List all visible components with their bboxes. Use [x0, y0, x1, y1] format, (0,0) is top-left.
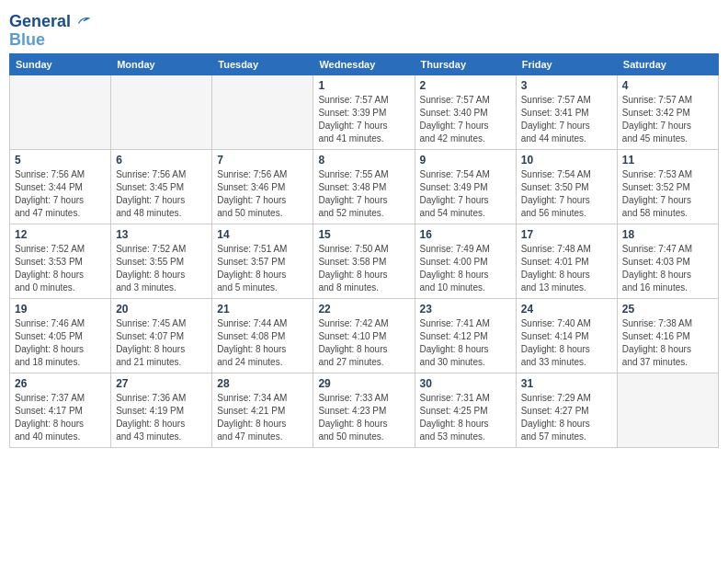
day-cell: 31Sunrise: 7:29 AMSunset: 4:27 PMDayligh… — [516, 373, 617, 447]
day-cell: 3Sunrise: 7:57 AMSunset: 3:41 PMDaylight… — [516, 75, 617, 149]
day-info: Sunrise: 7:54 AMSunset: 3:50 PMDaylight:… — [521, 168, 612, 220]
weekday-header-thursday: Thursday — [415, 53, 516, 75]
day-info: Sunrise: 7:41 AMSunset: 4:12 PMDaylight:… — [420, 317, 511, 369]
day-cell: 5Sunrise: 7:56 AMSunset: 3:44 PMDaylight… — [10, 149, 111, 224]
day-info: Sunrise: 7:47 AMSunset: 4:03 PMDaylight:… — [622, 243, 713, 294]
day-cell: 11Sunrise: 7:53 AMSunset: 3:52 PMDayligh… — [617, 149, 718, 224]
day-info: Sunrise: 7:37 AMSunset: 4:17 PMDaylight:… — [15, 392, 106, 443]
day-info: Sunrise: 7:54 AMSunset: 3:49 PMDaylight:… — [420, 168, 511, 220]
day-cell: 30Sunrise: 7:31 AMSunset: 4:25 PMDayligh… — [415, 373, 516, 447]
day-cell — [111, 75, 212, 149]
week-row-3: 12Sunrise: 7:52 AMSunset: 3:53 PMDayligh… — [10, 224, 719, 298]
day-cell: 1Sunrise: 7:57 AMSunset: 3:39 PMDaylight… — [313, 75, 415, 149]
week-row-1: 1Sunrise: 7:57 AMSunset: 3:39 PMDaylight… — [10, 75, 719, 149]
day-info: Sunrise: 7:34 AMSunset: 4:21 PMDaylight:… — [217, 392, 308, 443]
day-info: Sunrise: 7:55 AMSunset: 3:48 PMDaylight:… — [318, 168, 409, 220]
logo-blue-text: Blue — [9, 31, 90, 50]
day-number: 14 — [217, 228, 308, 241]
day-info: Sunrise: 7:29 AMSunset: 4:27 PMDaylight:… — [521, 392, 612, 443]
day-number: 15 — [318, 228, 409, 241]
day-info: Sunrise: 7:40 AMSunset: 4:14 PMDaylight:… — [521, 317, 612, 369]
weekday-header-saturday: Saturday — [617, 53, 718, 75]
day-info: Sunrise: 7:49 AMSunset: 4:00 PMDaylight:… — [420, 243, 511, 294]
day-cell: 17Sunrise: 7:48 AMSunset: 4:01 PMDayligh… — [516, 224, 617, 298]
day-number: 3 — [521, 79, 612, 92]
day-cell: 20Sunrise: 7:45 AMSunset: 4:07 PMDayligh… — [111, 298, 212, 373]
day-info: Sunrise: 7:48 AMSunset: 4:01 PMDaylight:… — [521, 243, 612, 294]
day-number: 2 — [420, 79, 511, 92]
logo: General Blue — [9, 13, 90, 50]
day-cell: 14Sunrise: 7:51 AMSunset: 3:57 PMDayligh… — [212, 224, 313, 298]
day-number: 27 — [116, 377, 207, 390]
day-number: 11 — [622, 154, 713, 167]
page-header: General Blue — [9, 9, 719, 50]
day-number: 5 — [15, 154, 106, 167]
day-info: Sunrise: 7:52 AMSunset: 3:53 PMDaylight:… — [15, 243, 106, 294]
day-number: 26 — [15, 377, 106, 390]
day-cell: 24Sunrise: 7:40 AMSunset: 4:14 PMDayligh… — [516, 298, 617, 373]
day-number: 29 — [318, 377, 409, 390]
day-cell: 9Sunrise: 7:54 AMSunset: 3:49 PMDaylight… — [415, 149, 516, 224]
day-number: 18 — [622, 228, 713, 241]
day-info: Sunrise: 7:52 AMSunset: 3:55 PMDaylight:… — [116, 243, 207, 294]
day-number: 7 — [217, 154, 308, 167]
day-number: 31 — [521, 377, 612, 390]
day-number: 24 — [521, 303, 612, 316]
day-cell: 7Sunrise: 7:56 AMSunset: 3:46 PMDaylight… — [212, 149, 313, 224]
day-info: Sunrise: 7:57 AMSunset: 3:39 PMDaylight:… — [318, 94, 409, 145]
day-number: 6 — [116, 154, 207, 167]
day-cell: 16Sunrise: 7:49 AMSunset: 4:00 PMDayligh… — [415, 224, 516, 298]
day-info: Sunrise: 7:56 AMSunset: 3:46 PMDaylight:… — [217, 168, 308, 220]
day-cell: 21Sunrise: 7:44 AMSunset: 4:08 PMDayligh… — [212, 298, 313, 373]
calendar-table: SundayMondayTuesdayWednesdayThursdayFrid… — [9, 53, 719, 448]
day-cell — [212, 75, 313, 149]
weekday-header-monday: Monday — [111, 53, 212, 75]
day-cell — [10, 75, 111, 149]
day-info: Sunrise: 7:56 AMSunset: 3:45 PMDaylight:… — [116, 168, 207, 220]
logo-text: General — [9, 13, 90, 31]
weekday-header-sunday: Sunday — [10, 53, 111, 75]
day-number: 30 — [420, 377, 511, 390]
day-info: Sunrise: 7:44 AMSunset: 4:08 PMDaylight:… — [217, 317, 308, 369]
day-number: 21 — [217, 303, 308, 316]
day-cell: 19Sunrise: 7:46 AMSunset: 4:05 PMDayligh… — [10, 298, 111, 373]
day-number: 28 — [217, 377, 308, 390]
day-info: Sunrise: 7:42 AMSunset: 4:10 PMDaylight:… — [318, 317, 409, 369]
day-number: 22 — [318, 303, 409, 316]
day-cell: 4Sunrise: 7:57 AMSunset: 3:42 PMDaylight… — [617, 75, 718, 149]
day-number: 1 — [318, 79, 409, 92]
day-info: Sunrise: 7:56 AMSunset: 3:44 PMDaylight:… — [15, 168, 106, 220]
day-info: Sunrise: 7:51 AMSunset: 3:57 PMDaylight:… — [217, 243, 308, 294]
day-number: 12 — [15, 228, 106, 241]
logo-bird-icon — [77, 14, 90, 27]
day-number: 25 — [622, 303, 713, 316]
day-cell: 22Sunrise: 7:42 AMSunset: 4:10 PMDayligh… — [313, 298, 415, 373]
day-info: Sunrise: 7:36 AMSunset: 4:19 PMDaylight:… — [116, 392, 207, 443]
day-cell: 23Sunrise: 7:41 AMSunset: 4:12 PMDayligh… — [415, 298, 516, 373]
day-info: Sunrise: 7:31 AMSunset: 4:25 PMDaylight:… — [420, 392, 511, 443]
day-info: Sunrise: 7:33 AMSunset: 4:23 PMDaylight:… — [318, 392, 409, 443]
day-info: Sunrise: 7:57 AMSunset: 3:42 PMDaylight:… — [622, 94, 713, 145]
day-cell: 8Sunrise: 7:55 AMSunset: 3:48 PMDaylight… — [313, 149, 415, 224]
day-info: Sunrise: 7:57 AMSunset: 3:41 PMDaylight:… — [521, 94, 612, 145]
day-cell: 27Sunrise: 7:36 AMSunset: 4:19 PMDayligh… — [111, 373, 212, 447]
day-cell: 18Sunrise: 7:47 AMSunset: 4:03 PMDayligh… — [617, 224, 718, 298]
day-cell: 12Sunrise: 7:52 AMSunset: 3:53 PMDayligh… — [10, 224, 111, 298]
day-cell: 15Sunrise: 7:50 AMSunset: 3:58 PMDayligh… — [313, 224, 415, 298]
weekday-header-row: SundayMondayTuesdayWednesdayThursdayFrid… — [10, 53, 719, 75]
day-cell: 10Sunrise: 7:54 AMSunset: 3:50 PMDayligh… — [516, 149, 617, 224]
day-cell: 25Sunrise: 7:38 AMSunset: 4:16 PMDayligh… — [617, 298, 718, 373]
day-info: Sunrise: 7:53 AMSunset: 3:52 PMDaylight:… — [622, 168, 713, 220]
weekday-header-tuesday: Tuesday — [212, 53, 313, 75]
day-number: 13 — [116, 228, 207, 241]
weekday-header-wednesday: Wednesday — [313, 53, 415, 75]
day-info: Sunrise: 7:45 AMSunset: 4:07 PMDaylight:… — [116, 317, 207, 369]
week-row-5: 26Sunrise: 7:37 AMSunset: 4:17 PMDayligh… — [10, 373, 719, 447]
day-number: 4 — [622, 79, 713, 92]
day-number: 20 — [116, 303, 207, 316]
day-cell: 6Sunrise: 7:56 AMSunset: 3:45 PMDaylight… — [111, 149, 212, 224]
day-number: 17 — [521, 228, 612, 241]
day-number: 9 — [420, 154, 511, 167]
day-info: Sunrise: 7:46 AMSunset: 4:05 PMDaylight:… — [15, 317, 106, 369]
day-cell: 29Sunrise: 7:33 AMSunset: 4:23 PMDayligh… — [313, 373, 415, 447]
